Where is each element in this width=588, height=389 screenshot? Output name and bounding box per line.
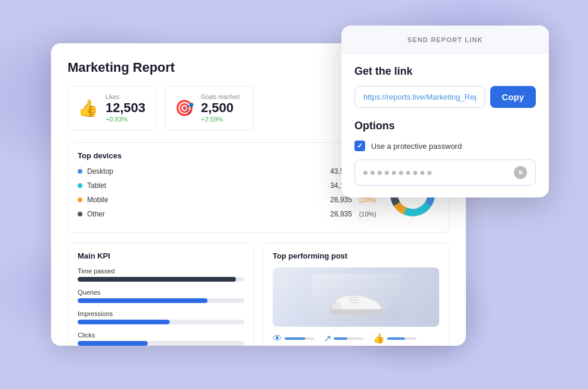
option-row-password: Use a protective password xyxy=(354,141,536,151)
modal-header: SEND REPORT LINK xyxy=(341,25,549,53)
thumbs-up-icon: 👍 xyxy=(78,98,98,118)
device-row-mobile: Mobile 28,935 (10%) xyxy=(78,196,376,204)
kpi-bar-impressions: Impressions xyxy=(78,310,244,324)
get-link-title: Get the link xyxy=(354,65,536,78)
kpi-queries-label: Queries xyxy=(78,289,244,296)
device-row-tablet: Tablet 34,168 (24%) xyxy=(78,181,376,190)
device-row-other: Other 28,935 (10%) xyxy=(78,210,376,218)
password-dots xyxy=(363,171,514,175)
top-post-section: Top performing post xyxy=(263,243,449,346)
goals-value: 2,500 xyxy=(201,101,239,114)
kpi-section: Main KPI Time passed Queries Impressions xyxy=(68,243,254,346)
bottom-row: Main KPI Time passed Queries Impressions xyxy=(68,243,449,346)
modal-header-title: SEND REPORT LINK xyxy=(407,36,482,43)
likes-value: 12,503 xyxy=(106,101,145,114)
password-field[interactable]: × xyxy=(354,160,536,186)
link-input[interactable] xyxy=(354,86,485,108)
other-dot xyxy=(78,212,82,216)
likes-change: +0.93% xyxy=(106,116,145,123)
copy-button[interactable]: Copy xyxy=(490,86,536,108)
kpi-impressions-fill xyxy=(78,320,170,324)
desktop-dot xyxy=(78,169,82,174)
other-name: Other xyxy=(87,210,325,218)
post-metric-views: 👁 xyxy=(273,333,314,344)
password-checkbox[interactable] xyxy=(354,141,365,151)
other-pct: (10%) xyxy=(359,211,376,218)
devices-list: Desktop 43,542 (64%) Tablet 34,168 (24%)… xyxy=(78,167,376,224)
kpi-bar-time: Time passed xyxy=(78,267,244,282)
kpi-impressions-label: Impressions xyxy=(78,310,244,317)
stat-card-goals: 🎯 Goals reached 2,500 +2.59% xyxy=(165,86,254,130)
link-row: Copy xyxy=(354,86,536,108)
top-post-image xyxy=(273,267,439,327)
target-icon: 🎯 xyxy=(175,99,194,117)
likes-label: Likes xyxy=(106,94,145,100)
modal-body: Get the link Copy Options Use a protecti… xyxy=(341,53,549,197)
tablet-name: Tablet xyxy=(87,181,325,190)
desktop-name: Desktop xyxy=(87,167,325,176)
kpi-clicks-fill xyxy=(78,341,148,346)
device-row-desktop: Desktop 43,542 (64%) xyxy=(78,167,376,176)
post-metric-likes: 👍 xyxy=(373,333,417,344)
post-metrics: 👁 ↗ 👍 xyxy=(273,333,439,344)
other-value: 28,935 xyxy=(330,210,352,218)
kpi-time-fill xyxy=(78,277,236,282)
password-option-label: Use a protective password xyxy=(371,142,462,151)
kpi-clicks-label: Clicks xyxy=(78,331,244,339)
options-title: Options xyxy=(354,120,536,132)
kpi-bar-clicks: Clicks xyxy=(78,331,244,346)
mobile-name: Mobile xyxy=(87,196,325,204)
stat-card-likes: 👍 Likes 12,503 +0.93% xyxy=(68,86,156,130)
send-report-modal: SEND REPORT LINK Get the link Copy Optio… xyxy=(341,25,549,197)
share-icon: ↗ xyxy=(324,333,331,344)
like-icon: 👍 xyxy=(373,333,385,344)
eye-icon: 👁 xyxy=(273,333,282,344)
scene: Marketing Report 👍 Likes 12,503 +0.93% 🎯… xyxy=(39,25,549,364)
goals-label: Goals reached xyxy=(201,94,239,100)
tablet-dot xyxy=(78,183,82,188)
post-metric-shares: ↗ xyxy=(324,333,363,344)
kpi-time-label: Time passed xyxy=(78,267,244,275)
mobile-dot xyxy=(78,197,82,202)
goals-change: +2.59% xyxy=(201,116,239,123)
kpi-bar-queries: Queries xyxy=(78,289,244,303)
clear-password-button[interactable]: × xyxy=(514,166,527,179)
top-post-title: Top performing post xyxy=(273,251,439,260)
kpi-title: Main KPI xyxy=(78,251,244,260)
kpi-queries-fill xyxy=(78,298,207,303)
